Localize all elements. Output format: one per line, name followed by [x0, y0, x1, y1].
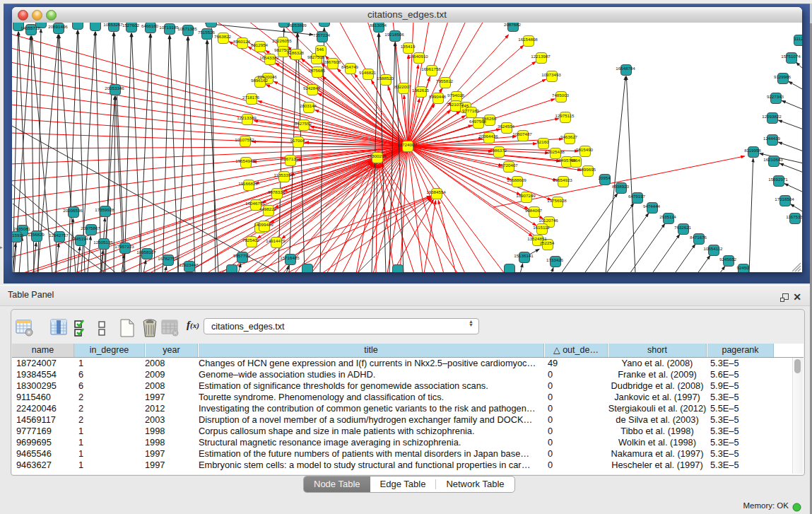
svg-text:10671385: 10671385 — [177, 26, 197, 31]
svg-text:15751074: 15751074 — [781, 54, 801, 59]
svg-text:9245652: 9245652 — [719, 257, 737, 262]
svg-text:8267130: 8267130 — [281, 156, 299, 161]
svg-text:1156829: 1156829 — [28, 232, 45, 237]
svg-text:19654923: 19654923 — [553, 177, 572, 182]
svg-text:8990448: 8990448 — [429, 94, 447, 99]
svg-text:1244419: 1244419 — [763, 136, 781, 141]
svg-text:14099489: 14099489 — [254, 222, 273, 227]
svg-text:1733426: 1733426 — [546, 257, 564, 262]
svg-text:17957223: 17957223 — [114, 244, 134, 249]
svg-text:17016504: 17016504 — [775, 197, 794, 201]
svg-text:19218506: 19218506 — [384, 32, 404, 37]
svg-text:14055712: 14055712 — [20, 25, 40, 30]
svg-text:3915911: 3915911 — [12, 233, 24, 238]
svg-text:9474444: 9474444 — [643, 204, 661, 209]
svg-text:7485003: 7485003 — [552, 93, 570, 98]
svg-text:2087682: 2087682 — [504, 23, 522, 27]
svg-text:2635081: 2635081 — [13, 226, 31, 231]
svg-text:9896162: 9896162 — [251, 78, 269, 83]
svg-text:15136141: 15136141 — [514, 253, 534, 258]
svg-text:1362615: 1362615 — [412, 88, 430, 93]
svg-text:7986372: 7986372 — [490, 148, 507, 153]
svg-text:8454749: 8454749 — [341, 64, 359, 69]
svg-text:9899695: 9899695 — [579, 167, 596, 172]
svg-text:6479197: 6479197 — [628, 194, 646, 199]
svg-text:15300295: 15300295 — [367, 153, 387, 158]
svg-text:20364436: 20364436 — [478, 134, 498, 139]
svg-text:1615112: 1615112 — [533, 225, 550, 230]
svg-text:7632621: 7632621 — [674, 225, 692, 230]
svg-text:10107552: 10107552 — [235, 137, 254, 142]
svg-text:1167533: 1167533 — [786, 214, 802, 219]
svg-text:15720407: 15720407 — [498, 163, 518, 168]
svg-text:92450: 92450 — [736, 265, 749, 270]
svg-text:7515526: 7515526 — [198, 30, 216, 35]
svg-text:9242848: 9242848 — [303, 86, 321, 90]
svg-text:8322007: 8322007 — [394, 84, 412, 89]
svg-text:9146821: 9146821 — [359, 70, 377, 75]
svg-text:10653267: 10653267 — [103, 23, 123, 27]
svg-text:18724007: 18724007 — [397, 142, 417, 147]
svg-text:10958107: 10958107 — [136, 250, 156, 255]
svg-text:12923448: 12923448 — [179, 262, 199, 267]
svg-text:12213987: 12213987 — [531, 54, 551, 59]
svg-text:917004: 917004 — [290, 138, 305, 143]
svg-text:18640910: 18640910 — [408, 54, 428, 59]
svg-text:20206536: 20206536 — [63, 208, 83, 213]
svg-text:546: 546 — [317, 47, 324, 52]
svg-text:9815490: 9815490 — [576, 147, 594, 152]
svg-text:10025438: 10025438 — [545, 149, 565, 154]
svg-text:9129966: 9129966 — [774, 74, 792, 79]
svg-text:7825402: 7825402 — [242, 238, 260, 243]
svg-text:16154808: 16154808 — [518, 37, 538, 42]
svg-text:12093822: 12093822 — [762, 114, 782, 119]
svg-text:6466160: 6466160 — [141, 23, 159, 28]
svg-text:19166829: 19166829 — [238, 181, 258, 186]
svg-text:8960124: 8960124 — [233, 39, 251, 44]
svg-text:8938923: 8938923 — [612, 184, 630, 189]
svg-text:245: 245 — [461, 103, 469, 108]
svg-text:16053809: 16053809 — [287, 23, 307, 28]
svg-text:3624554: 3624554 — [498, 124, 515, 129]
svg-text:9827508: 9827508 — [307, 54, 325, 59]
svg-text:1112: 1112 — [794, 36, 802, 41]
svg-text:62160: 62160 — [536, 139, 549, 144]
svg-text:16782759: 16782759 — [158, 256, 177, 261]
svg-text:1645194: 1645194 — [71, 236, 89, 241]
svg-text:16961758: 16961758 — [421, 66, 441, 71]
svg-text:16210643: 16210643 — [763, 157, 783, 162]
svg-text:8471676: 8471676 — [690, 235, 707, 240]
svg-text:2867608: 2867608 — [324, 59, 341, 64]
svg-text:8878334: 8878334 — [268, 189, 286, 194]
svg-text:135419: 135419 — [401, 44, 416, 49]
svg-text:20053346: 20053346 — [105, 86, 124, 90]
svg-text:10120746: 10120746 — [539, 218, 558, 223]
svg-text:12213389: 12213389 — [237, 115, 257, 120]
svg-text:9857791: 9857791 — [233, 253, 251, 258]
svg-text:8119958: 8119958 — [744, 148, 761, 153]
svg-text:15692971: 15692971 — [768, 177, 788, 182]
svg-text:8427552: 8427552 — [295, 121, 312, 126]
svg-text:7955812: 7955812 — [436, 78, 454, 83]
svg-text:8813054: 8813054 — [370, 23, 387, 28]
svg-text:2718176: 2718176 — [242, 95, 260, 100]
svg-text:2803144: 2803144 — [300, 103, 317, 108]
svg-text:19756928: 19756928 — [547, 198, 567, 203]
svg-text:12975115: 12975115 — [555, 113, 575, 118]
svg-text:4564: 4564 — [570, 158, 580, 163]
svg-text:18907249: 18907249 — [516, 193, 536, 198]
svg-text:16648784: 16648784 — [616, 66, 635, 71]
svg-text:19654948: 19654948 — [235, 158, 255, 163]
svg-text:9794028: 9794028 — [447, 93, 465, 98]
svg-text:11353394: 11353394 — [273, 173, 293, 177]
svg-text:23226055: 23226055 — [272, 38, 292, 43]
svg-text:7663822: 7663822 — [214, 34, 232, 39]
svg-text:2935114: 2935114 — [659, 214, 676, 219]
svg-text:1588520: 1588520 — [377, 76, 394, 81]
svg-text:14914479: 14914479 — [266, 238, 286, 243]
svg-text:6497568: 6497568 — [469, 119, 487, 124]
svg-text:9084067: 9084067 — [525, 208, 543, 213]
svg-text:8186328: 8186328 — [287, 50, 305, 55]
svg-text:12942757: 12942757 — [49, 233, 69, 238]
svg-text:20954: 20954 — [598, 175, 611, 180]
